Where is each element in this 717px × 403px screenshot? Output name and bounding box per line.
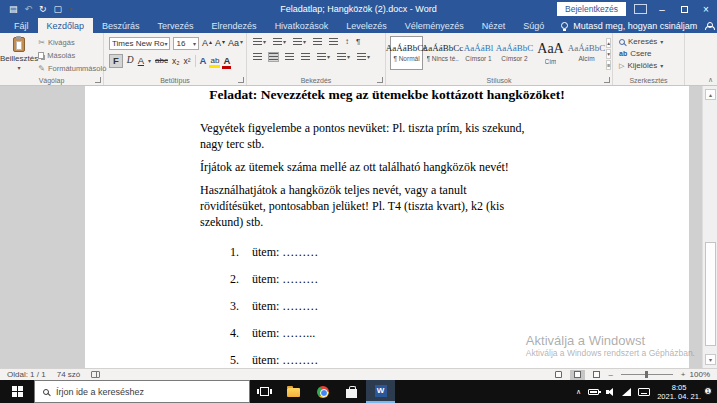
style-normal[interactable]: AaÁáBbCc ¶ Normál bbox=[390, 36, 423, 70]
collapse-ribbon-icon[interactable]: ∧ bbox=[708, 76, 713, 84]
text-effects-button[interactable]: A bbox=[200, 56, 207, 66]
align-right-button[interactable] bbox=[284, 52, 295, 62]
increase-indent-button[interactable] bbox=[328, 37, 339, 47]
tab-review[interactable]: Véleményezés bbox=[396, 18, 473, 33]
tray-expand-icon[interactable]: ∧ bbox=[576, 388, 581, 395]
undo-icon[interactable]: ↶ bbox=[25, 5, 33, 14]
task-view-button[interactable] bbox=[250, 380, 279, 403]
customize-qat-caret-icon[interactable]: ▾ bbox=[69, 6, 72, 12]
select-button[interactable]: ▷ Kijelölés ▾ bbox=[619, 61, 682, 70]
tab-view[interactable]: Nézet bbox=[473, 18, 515, 33]
cut-button[interactable]: ✂ Kivágás bbox=[38, 38, 106, 47]
clipboard-dialog-launcher-icon[interactable] bbox=[95, 77, 101, 83]
numbering-button[interactable]: ▾ bbox=[272, 37, 287, 47]
highlight-color-button[interactable]: ab bbox=[210, 57, 219, 65]
style-scroll-up-icon[interactable]: ▴ bbox=[606, 38, 611, 48]
grow-font-button[interactable]: A▴ bbox=[202, 39, 212, 48]
bold-button[interactable]: F bbox=[109, 54, 123, 68]
decrease-indent-button[interactable] bbox=[312, 37, 323, 47]
find-button[interactable]: Keresés ▾ bbox=[619, 37, 682, 46]
keyboard-icon[interactable] bbox=[638, 388, 650, 396]
font-name-combo[interactable]: Times New Ro ▾ bbox=[109, 37, 170, 50]
zoom-in-button[interactable]: + bbox=[681, 370, 686, 379]
change-case-button[interactable]: Aa▾ bbox=[228, 39, 243, 48]
taskbar-clock[interactable]: 8:05 2021. 04. 21. bbox=[657, 383, 701, 401]
scroll-down-icon[interactable]: ▾ bbox=[705, 354, 716, 365]
read-mode-button[interactable] bbox=[551, 370, 566, 380]
scroll-up-icon[interactable]: ▴ bbox=[705, 89, 716, 100]
restore-button[interactable] bbox=[673, 0, 695, 18]
proofing-icon[interactable] bbox=[91, 371, 100, 378]
tab-home[interactable]: Kezdőlap bbox=[38, 18, 94, 33]
borders-button[interactable]: ▾ bbox=[356, 52, 371, 62]
style-title[interactable]: AaA Cím bbox=[534, 36, 567, 70]
style-heading1[interactable]: AaÁáBl Címsor 1 bbox=[462, 36, 495, 70]
subscript-button[interactable]: x₂ bbox=[172, 57, 180, 66]
vertical-scrollbar[interactable]: ▴ ▾ bbox=[702, 86, 717, 368]
strikethrough-button[interactable]: abc bbox=[155, 57, 168, 65]
underline-caret-icon[interactable]: ▾ bbox=[148, 58, 151, 64]
tab-design[interactable]: Tervezés bbox=[149, 18, 203, 33]
sort-button[interactable]: ↕ bbox=[344, 37, 350, 47]
save-icon[interactable]: ▤ bbox=[9, 5, 18, 14]
tab-file[interactable]: Fájl bbox=[5, 18, 38, 33]
tell-me-box[interactable]: Mutasd meg, hogyan csináljam bbox=[553, 18, 705, 33]
close-button[interactable]: × bbox=[695, 0, 717, 18]
sign-in-button[interactable]: Bejelentkezés bbox=[557, 2, 626, 16]
tab-references[interactable]: Hivatkozások bbox=[266, 18, 338, 33]
zoom-slider[interactable] bbox=[621, 374, 673, 375]
shrink-font-button[interactable]: A▾ bbox=[215, 39, 225, 48]
share-button[interactable]: Megosztás bbox=[705, 18, 717, 33]
zoom-slider-thumb[interactable] bbox=[645, 371, 648, 378]
style-gallery-more-icon[interactable]: ≡ bbox=[606, 60, 611, 70]
tab-mailings[interactable]: Levelezés bbox=[337, 18, 396, 33]
paragraph-dialog-launcher-icon[interactable] bbox=[377, 77, 383, 83]
align-left-button[interactable] bbox=[252, 52, 263, 62]
ribbon-display-options-icon[interactable] bbox=[634, 4, 647, 14]
word-count[interactable]: 74 szó bbox=[57, 370, 81, 379]
chrome-button[interactable] bbox=[308, 380, 337, 403]
font-size-combo[interactable]: 16 ▾ bbox=[173, 37, 198, 50]
zoom-out-button[interactable]: – bbox=[608, 370, 612, 379]
network-icon[interactable] bbox=[622, 388, 631, 396]
line-spacing-button[interactable]: ▾ bbox=[316, 52, 331, 62]
start-button[interactable] bbox=[0, 380, 34, 403]
page-indicator[interactable]: Oldal: 1 / 1 bbox=[7, 370, 46, 379]
taskbar-search-input[interactable]: Írjon ide a kereséshez bbox=[34, 380, 250, 403]
new-document-icon[interactable]: ▢ bbox=[54, 5, 63, 14]
style-scroll-down-icon[interactable]: ▾ bbox=[606, 49, 611, 59]
underline-button[interactable]: A bbox=[138, 56, 144, 66]
battery-icon[interactable] bbox=[588, 389, 599, 395]
align-center-button[interactable] bbox=[268, 52, 279, 62]
shading-button[interactable]: ▾ bbox=[336, 52, 351, 62]
style-heading2[interactable]: AaÁáBbC Címsor 2 bbox=[498, 36, 531, 70]
tab-help[interactable]: Súgó bbox=[514, 18, 553, 33]
style-subtitle[interactable]: AaÁáBbC Alcím bbox=[570, 36, 603, 70]
copy-button[interactable]: Másolás bbox=[38, 51, 106, 60]
speaker-icon[interactable] bbox=[606, 388, 615, 396]
zoom-level[interactable]: 100% bbox=[690, 370, 710, 379]
paste-button[interactable]: Beillesztés ▾ bbox=[0, 33, 38, 85]
bullets-button[interactable]: ▾ bbox=[252, 37, 267, 47]
scrollbar-thumb[interactable] bbox=[705, 242, 716, 346]
style-no-spacing[interactable]: AaÁáBbCc ¶ Nincs té... bbox=[426, 36, 459, 70]
tab-insert[interactable]: Beszúrás bbox=[93, 18, 149, 33]
web-layout-button[interactable] bbox=[589, 370, 604, 380]
minimize-button[interactable]: – bbox=[651, 0, 673, 18]
superscript-button[interactable]: x² bbox=[184, 57, 191, 66]
store-button[interactable] bbox=[337, 380, 366, 403]
styles-dialog-launcher-icon[interactable] bbox=[604, 77, 610, 83]
file-explorer-button[interactable] bbox=[279, 380, 308, 403]
document-page[interactable]: Feladat: Nevezzétek meg az ütemekbe kott… bbox=[85, 86, 689, 368]
show-marks-button[interactable]: ¶ bbox=[355, 37, 361, 47]
font-dialog-launcher-icon[interactable] bbox=[238, 77, 244, 83]
replace-button[interactable]: ab Csere bbox=[619, 49, 682, 58]
format-painter-button[interactable]: ✎ Formátummásoló bbox=[38, 64, 106, 73]
multilevel-list-button[interactable]: ▾ bbox=[292, 37, 307, 47]
font-color-button[interactable]: A bbox=[223, 56, 230, 66]
justify-button[interactable] bbox=[300, 52, 311, 62]
print-layout-button[interactable] bbox=[570, 370, 585, 380]
word-taskbar-button[interactable]: W bbox=[366, 380, 395, 403]
redo-icon[interactable]: ↻ bbox=[39, 5, 47, 14]
tab-layout[interactable]: Elrendezés bbox=[203, 18, 266, 33]
